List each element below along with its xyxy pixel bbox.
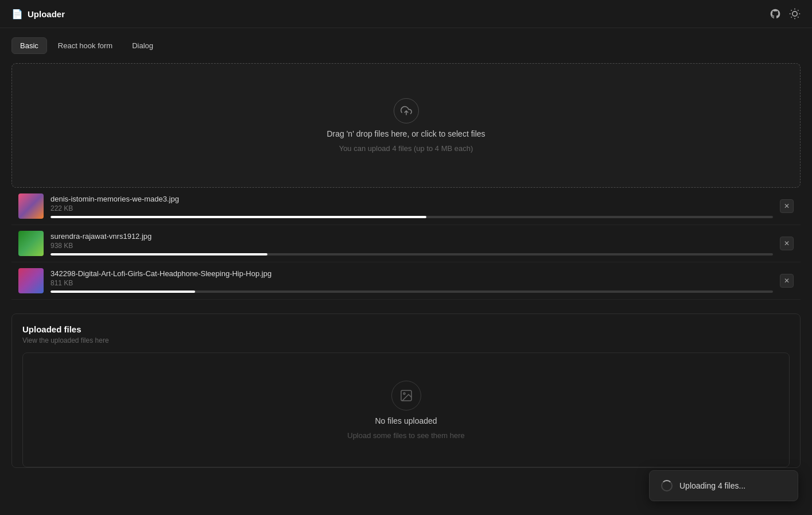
file-remove-button[interactable]: ✕	[780, 199, 794, 213]
file-progress-bar	[50, 253, 267, 255]
file-item: surendra-rajawat-vnrs1912.jpg 938 KB ✕	[11, 225, 801, 262]
file-progress-wrap	[50, 216, 773, 218]
file-size: 938 KB	[50, 242, 773, 250]
file-remove-button[interactable]: ✕	[780, 237, 794, 250]
file-item: 342298-Digital-Art-Lofi-Girls-Cat-Headph…	[11, 262, 801, 300]
app-header: 📄 Uploader	[0, 0, 812, 28]
file-info: denis-istomin-memories-we-made3.jpg 222 …	[50, 195, 773, 218]
gallery-empty-icon	[391, 381, 421, 411]
file-thumbnail	[18, 268, 44, 293]
svg-line-3	[791, 10, 792, 11]
tab-react-hook-form[interactable]: React hook form	[49, 37, 121, 54]
file-thumbnail	[18, 193, 44, 219]
uploaded-gallery: No files uploaded Upload some files to s…	[22, 353, 790, 467]
tab-basic[interactable]: Basic	[11, 37, 47, 54]
svg-point-11	[403, 393, 405, 394]
file-name: 342298-Digital-Art-Lofi-Girls-Cat-Headph…	[50, 269, 773, 278]
file-progress-bar	[50, 216, 426, 218]
toast-text: Uploading 4 files...	[679, 481, 745, 490]
app-title: Uploader	[28, 9, 65, 19]
github-button[interactable]	[770, 8, 781, 20]
header-left: 📄 Uploader	[11, 9, 65, 20]
file-info: surendra-rajawat-vnrs1912.jpg 938 KB	[50, 232, 773, 255]
file-name: surendra-rajawat-vnrs1912.jpg	[50, 232, 773, 241]
svg-line-8	[798, 10, 798, 11]
file-list: denis-istomin-memories-we-made3.jpg 222 …	[11, 188, 801, 300]
file-progress-bar	[50, 291, 195, 293]
file-item: denis-istomin-memories-we-made3.jpg 222 …	[11, 188, 801, 225]
svg-point-0	[792, 11, 797, 16]
toast-spinner	[661, 480, 673, 491]
uploaded-section: Uploaded files View the uploaded files h…	[11, 313, 801, 468]
gallery-empty-main: No files uploaded	[375, 416, 437, 425]
file-progress-wrap	[50, 291, 773, 293]
uploaded-section-subtitle: View the uploaded files here	[22, 336, 790, 344]
file-remove-button[interactable]: ✕	[780, 274, 794, 288]
tab-dialog[interactable]: Dialog	[123, 37, 162, 54]
dropzone-sub-text: You can upload 4 files (up to 4 MB each)	[339, 144, 473, 153]
document-icon: 📄	[11, 9, 23, 20]
upload-toast: Uploading 4 files...	[649, 470, 798, 501]
upload-icon	[394, 98, 419, 123]
file-thumbnail	[18, 231, 44, 256]
file-size: 222 KB	[50, 204, 773, 212]
file-size: 811 KB	[50, 279, 773, 287]
header-actions	[770, 8, 801, 20]
dropzone-main-text: Drag 'n' drop files here, or click to se…	[327, 129, 485, 138]
theme-toggle-button[interactable]	[789, 8, 801, 20]
tabs-bar: Basic React hook form Dialog	[0, 28, 812, 54]
gallery-empty-sub: Upload some files to see them here	[347, 431, 465, 440]
drop-zone[interactable]: Drag 'n' drop files here, or click to se…	[11, 63, 801, 188]
main-content: Drag 'n' drop files here, or click to se…	[0, 54, 812, 477]
uploaded-section-title: Uploaded files	[22, 324, 790, 334]
file-info: 342298-Digital-Art-Lofi-Girls-Cat-Headph…	[50, 269, 773, 293]
file-progress-wrap	[50, 253, 773, 255]
file-name: denis-istomin-memories-we-made3.jpg	[50, 195, 773, 203]
svg-line-7	[791, 17, 792, 17]
svg-line-4	[798, 17, 798, 17]
